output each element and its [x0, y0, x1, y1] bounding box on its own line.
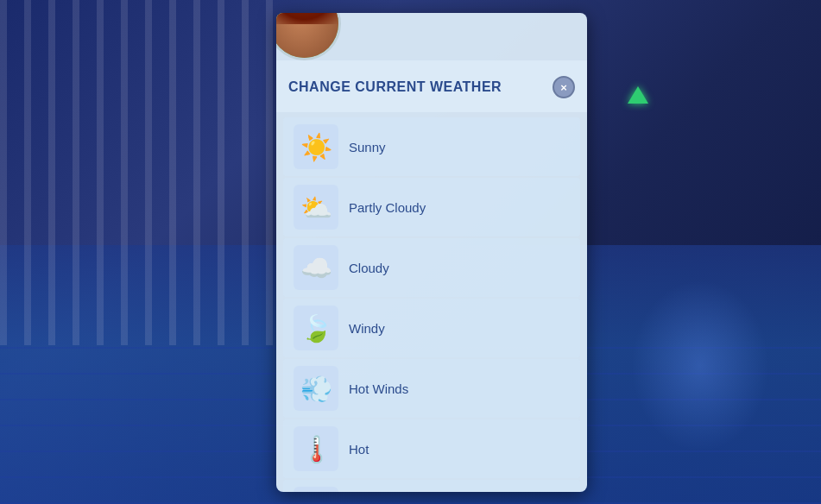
fence-decoration	[0, 0, 276, 345]
modal-title: Change Current Weather	[288, 79, 553, 95]
weather-label-sunny: Sunny	[349, 140, 386, 154]
weather-icon-cloudy: ☁️	[294, 245, 338, 290]
weather-list-scroll[interactable]: ☀️Sunny⛅Partly Cloudy☁️Cloudy🍃Windy💨Hot …	[276, 112, 587, 492]
weather-label-windy: Windy	[349, 321, 385, 336]
weather-icon-windy: 🍃	[294, 306, 338, 350]
weather-icon-heatwave: 🔥	[294, 487, 338, 492]
weather-item-hot[interactable]: 🌡️Hot	[283, 419, 580, 478]
weather-label-hot-winds: Hot Winds	[349, 381, 408, 396]
weather-icon-hot-winds: 💨	[294, 366, 338, 411]
weather-item-sunny[interactable]: ☀️Sunny	[283, 117, 580, 176]
weather-icon-hot: 🌡️	[294, 426, 338, 471]
weather-icon-sunny: ☀️	[294, 124, 338, 169]
weather-label-hot: Hot	[349, 442, 369, 457]
weather-item-hot-winds[interactable]: 💨Hot Winds	[283, 359, 580, 418]
weather-item-cloudy[interactable]: ☁️Cloudy	[283, 238, 580, 297]
weather-label-cloudy: Cloudy	[349, 261, 389, 275]
weather-label-partly-cloudy: Partly Cloudy	[349, 200, 426, 215]
weather-item-heatwave[interactable]: 🔥Heatwave	[283, 480, 580, 492]
avatar	[276, 13, 341, 60]
modal-header: Change Current Weather ×	[276, 60, 587, 112]
plumbob-icon	[628, 86, 648, 104]
weather-modal: Change Current Weather × ☀️Sunny⛅Partly …	[276, 13, 587, 492]
weather-icon-partly-cloudy: ⛅	[294, 185, 338, 230]
sim-in-pool	[631, 280, 769, 452]
weather-item-partly-cloudy[interactable]: ⛅Partly Cloudy	[283, 178, 580, 236]
close-button[interactable]: ×	[553, 76, 575, 98]
avatar-face	[276, 13, 338, 58]
weather-item-windy[interactable]: 🍃Windy	[283, 299, 580, 357]
